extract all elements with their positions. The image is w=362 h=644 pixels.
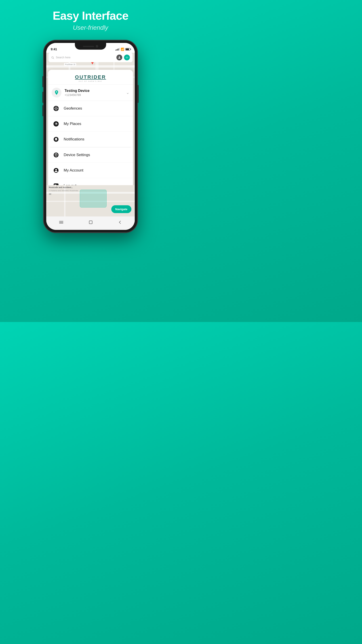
signal-bars bbox=[115, 48, 120, 50]
avatar-icon bbox=[118, 56, 121, 59]
bell-icon bbox=[52, 135, 60, 143]
svg-point-4 bbox=[56, 92, 57, 92]
phone-frame: 9:41 📶 bbox=[43, 40, 137, 232]
back-icon[interactable] bbox=[118, 220, 122, 224]
device-settings-svg bbox=[53, 152, 59, 158]
device-settings-label: Device Settings bbox=[64, 153, 90, 157]
pin-icon bbox=[54, 90, 59, 95]
user-avatar[interactable] bbox=[116, 54, 122, 60]
svg-point-16 bbox=[56, 140, 56, 141]
my-account-label: My Account bbox=[64, 168, 83, 173]
phone-notch bbox=[75, 43, 106, 50]
account-icon bbox=[52, 166, 60, 174]
menu-item-notifications[interactable]: Notifications bbox=[48, 132, 133, 147]
my-places-label: My Places bbox=[64, 122, 81, 126]
logo-subtext: OUT OF HARM'S WAY bbox=[52, 80, 128, 82]
svg-rect-27 bbox=[89, 221, 92, 224]
navigate-button[interactable]: Navigate bbox=[111, 205, 131, 213]
home-icon[interactable] bbox=[88, 220, 93, 224]
shield-icon bbox=[52, 151, 60, 159]
menu-item-my-places[interactable]: My Places bbox=[48, 116, 133, 132]
device-icon-wrap bbox=[52, 88, 61, 98]
geofences-icon bbox=[52, 104, 60, 112]
signal-bar-2 bbox=[117, 49, 117, 50]
phone-screen: 9:41 📶 bbox=[46, 43, 135, 230]
my-places-svg bbox=[53, 121, 59, 127]
status-time: 9:41 bbox=[51, 48, 57, 51]
geofences-label: Geofences bbox=[64, 106, 82, 111]
phone-mockup: 9:41 📶 bbox=[43, 40, 137, 232]
bottom-map-km: 5E bbox=[49, 193, 51, 195]
location-icon bbox=[125, 56, 128, 59]
bottom-nav bbox=[46, 216, 135, 230]
battery-icon bbox=[125, 48, 130, 50]
menu-card: OUTRiDER OUT OF HARM'S WAY Testing De bbox=[48, 70, 133, 194]
notch-camera bbox=[96, 45, 98, 48]
signal-bar-3 bbox=[118, 48, 118, 50]
notch-speaker bbox=[83, 46, 94, 47]
menu-overlay: OUTRiDER OUT OF HARM'S WAY Testing De bbox=[46, 68, 135, 230]
svg-line-1 bbox=[53, 58, 54, 58]
battery-fill bbox=[126, 48, 129, 50]
bottom-map: Postcode and Accident... 1 Padama area W… bbox=[46, 185, 135, 216]
device-name: Testing Device bbox=[64, 89, 124, 93]
signal-bar-4 bbox=[119, 48, 120, 50]
hamburger-icon[interactable] bbox=[59, 220, 64, 225]
device-phone: +123456789 bbox=[64, 93, 124, 96]
wifi-icon: 📶 bbox=[121, 48, 124, 51]
road-label: Puckhan St bbox=[64, 63, 76, 66]
menu-logo: OUTRiDER OUT OF HARM'S WAY bbox=[48, 70, 133, 84]
menu-item-device-settings[interactable]: Device Settings bbox=[48, 147, 133, 163]
compass-icon bbox=[52, 120, 60, 128]
map-toggle[interactable] bbox=[124, 54, 130, 60]
bottom-map-address: 1 Padama area West/MG Road/India bbox=[49, 190, 78, 192]
device-item[interactable]: Testing Device +123456789 ⌄ bbox=[48, 84, 133, 101]
search-placeholder: Search here bbox=[56, 56, 70, 59]
notifications-svg bbox=[53, 136, 59, 142]
page-header: Easy Interface User-friendly bbox=[53, 0, 128, 31]
menu-item-geofences[interactable]: Geofences bbox=[48, 101, 133, 116]
geofences-svg bbox=[53, 105, 59, 112]
page-subtitle: User-friendly bbox=[53, 24, 128, 31]
menu-item-my-account[interactable]: My Account bbox=[48, 163, 133, 178]
signal-bar-1 bbox=[115, 50, 116, 50]
logo-text: OUTRiDER bbox=[52, 74, 128, 80]
device-info: Testing Device +123456789 bbox=[64, 89, 124, 96]
status-icons: 📶 bbox=[115, 48, 130, 51]
bottom-map-label: Postcode and Accident... bbox=[49, 186, 73, 188]
chevron-down-icon[interactable]: ⌄ bbox=[124, 90, 129, 95]
svg-point-2 bbox=[119, 56, 120, 58]
search-icon bbox=[51, 56, 54, 59]
notifications-label: Notifications bbox=[64, 137, 84, 142]
svg-point-3 bbox=[126, 57, 127, 58]
my-account-svg bbox=[53, 168, 59, 173]
svg-point-19 bbox=[55, 169, 57, 170]
page-title: Easy Interface bbox=[53, 9, 128, 22]
map-search-bar[interactable]: Search here bbox=[48, 53, 132, 62]
